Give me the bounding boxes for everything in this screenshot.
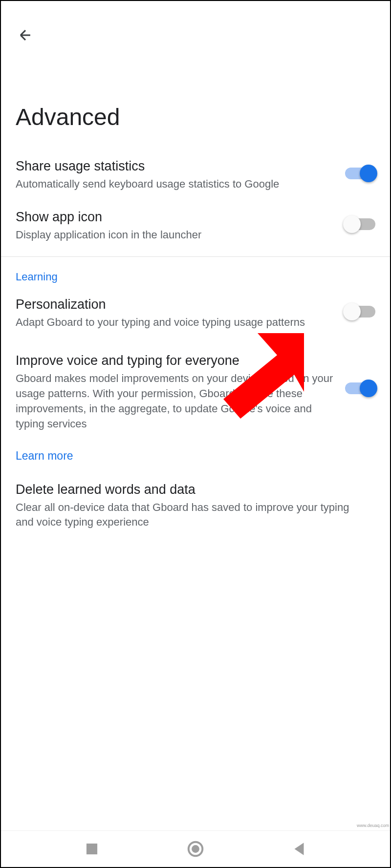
toggle-knob: [343, 215, 361, 233]
setting-personalization[interactable]: Personalization Adapt Gboard to your typ…: [1, 288, 390, 339]
nav-home-button[interactable]: [186, 840, 205, 858]
setting-title: Improve voice and typing for everyone: [16, 353, 335, 368]
setting-description: Clear all on-device data that Gboard has…: [16, 500, 366, 530]
setting-share-stats[interactable]: Share usage statistics Automatically sen…: [1, 150, 390, 201]
circle-icon: [186, 840, 205, 858]
navigation-bar: [1, 830, 390, 867]
setting-title: Show app icon: [16, 210, 335, 225]
setting-title: Personalization: [16, 297, 335, 312]
setting-title: Delete learned words and data: [16, 482, 366, 497]
nav-recent-button[interactable]: [83, 840, 101, 858]
svg-point-3: [192, 845, 199, 853]
learn-more-link[interactable]: Learn more: [1, 441, 390, 472]
toggle-knob: [343, 303, 361, 320]
toggle-improve-voice[interactable]: [345, 382, 375, 394]
setting-description: Display application icon in the launcher: [16, 228, 335, 243]
toggle-show-app-icon[interactable]: [345, 218, 375, 230]
setting-delete-learned[interactable]: Delete learned words and data Clear all …: [1, 472, 390, 539]
setting-improve-voice[interactable]: Improve voice and typing for everyone Gb…: [1, 339, 390, 440]
svg-marker-4: [295, 843, 304, 855]
arrow-back-icon: [17, 27, 34, 43]
toggle-knob: [360, 165, 377, 182]
toggle-knob: [360, 380, 377, 397]
setting-description: Automatically send keyboard usage statis…: [16, 177, 335, 192]
triangle-back-icon: [290, 840, 308, 858]
setting-description: Gboard makes model improvements on your …: [16, 371, 335, 431]
watermark: www.deuaq.com: [357, 823, 389, 828]
section-learning: Learning: [1, 257, 390, 288]
toggle-share-stats[interactable]: [345, 168, 375, 179]
toggle-personalization[interactable]: [345, 306, 375, 318]
setting-show-app-icon[interactable]: Show app icon Display application icon i…: [1, 201, 390, 252]
setting-description: Adapt Gboard to your typing and voice ty…: [16, 315, 335, 330]
svg-rect-1: [87, 844, 97, 854]
nav-back-button[interactable]: [290, 840, 308, 858]
square-icon: [83, 840, 101, 858]
setting-title: Share usage statistics: [16, 159, 335, 174]
page-title: Advanced: [1, 79, 390, 150]
back-button[interactable]: [16, 25, 35, 45]
